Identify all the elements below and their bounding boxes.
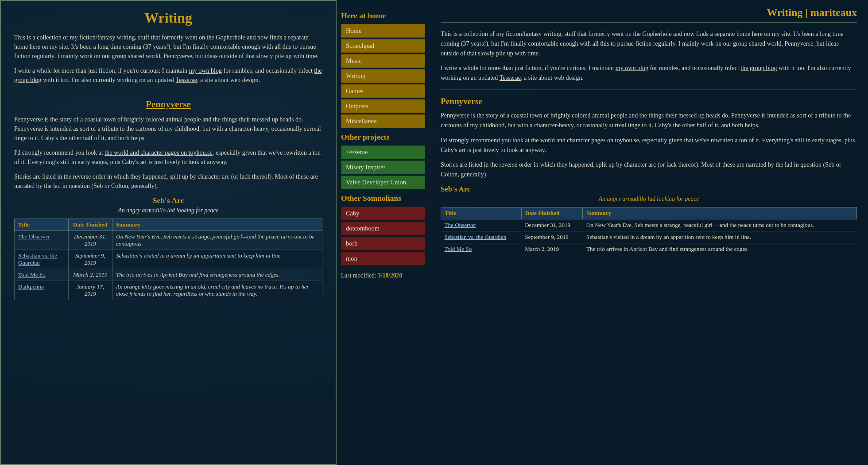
right-story-table: Title Date Finished Summary The Observer… bbox=[441, 207, 857, 255]
toyhouse-link[interactable]: the world and character pages on toyhou.… bbox=[105, 149, 213, 156]
right-intro-p1: This is a collection of my fiction/fanta… bbox=[441, 29, 857, 58]
right-panel: Writing | mariteaux This is a collection… bbox=[430, 0, 868, 465]
story-link[interactable]: The Observer bbox=[445, 222, 477, 228]
story-summary: An orange kitty goes missing in an old, … bbox=[112, 281, 322, 300]
last-modified-label: Last modified: bbox=[341, 272, 376, 279]
story-date: September 9, 2019 bbox=[521, 231, 583, 243]
sidebar-item-writing[interactable]: Writing bbox=[341, 69, 425, 83]
table-row: Told Me So March 2, 2019 The trio arrive… bbox=[15, 269, 322, 281]
col-date: Date Finished bbox=[68, 219, 112, 231]
sidebar-item-tesserae[interactable]: Tesserae bbox=[341, 145, 425, 159]
table-row: Darkpenny January 17, 2019 An orange kit… bbox=[15, 281, 322, 300]
left-panel: Writing This is a collection of my ficti… bbox=[0, 0, 337, 465]
story-title: Told Me So bbox=[15, 269, 69, 281]
right-intro-p2-before: I write a whole lot more than just ficti… bbox=[441, 64, 616, 71]
right-intro-p2-mid: for rambles, and occasionally infect bbox=[648, 64, 740, 71]
story-date: September 9, 2019 bbox=[68, 250, 112, 269]
right-col-title: Title bbox=[441, 207, 522, 219]
right-pennyverse-p3: Stories are listed in the reverse order … bbox=[441, 160, 857, 180]
right-intro-p2-end: , a site about web design. bbox=[521, 74, 584, 81]
pennyverse-p2-before: I'd strongly recommend you look at bbox=[14, 149, 105, 156]
story-summary: Sebastian's visited in a dream by an app… bbox=[112, 250, 322, 269]
left-intro-p2: I write a whole lot more than just ficti… bbox=[14, 66, 322, 85]
sidebar-item-music[interactable]: Music bbox=[341, 54, 425, 68]
section-divider-1 bbox=[14, 92, 322, 92]
right-col-date: Date Finished bbox=[521, 207, 583, 219]
story-link[interactable]: Darkpenny bbox=[18, 283, 44, 290]
right-group-blog-link[interactable]: the group blog bbox=[740, 64, 777, 71]
col-title: Title bbox=[15, 219, 69, 231]
left-title: Writing bbox=[14, 10, 322, 26]
somnolians-nav-items: Cabydotcomboomborbmon bbox=[341, 207, 425, 266]
story-date: December 31, 2019 bbox=[68, 231, 112, 250]
story-date: March 2, 2019 bbox=[521, 243, 583, 255]
left-intro-p1: This is a collection of my fiction/fanta… bbox=[14, 33, 322, 61]
story-title: The Observer bbox=[15, 231, 69, 250]
last-modified-date: 3/18/2020 bbox=[378, 272, 402, 279]
right-seb-arc-subtitle: An angry armadillo lad looking for peace bbox=[441, 195, 857, 203]
sidebar-item-caby[interactable]: Caby bbox=[341, 207, 425, 220]
sidebar-item-games[interactable]: Games bbox=[341, 84, 425, 98]
story-link[interactable]: Told Me So bbox=[18, 271, 46, 278]
table-row: Sebastian vs. the Guardian September 9, … bbox=[15, 250, 322, 269]
story-title: Told Me So bbox=[441, 243, 522, 255]
intro-p2-before: I write a whole lot more than just ficti… bbox=[14, 67, 189, 74]
sidebar-item-mon[interactable]: mon bbox=[341, 252, 425, 266]
here-at-home-title: Here at home bbox=[341, 11, 425, 20]
pennyverse-title: Pennyverse bbox=[14, 99, 322, 109]
story-summary: The trio arrives in Apricot Bay and find… bbox=[112, 269, 322, 281]
intro-p2-mid: for rambles, and occasionally infect bbox=[222, 67, 314, 74]
tesserae-link-1[interactable]: Tesserae bbox=[176, 76, 197, 83]
intro-p2-end: , a site about web design. bbox=[197, 76, 260, 83]
col-summary: Summary bbox=[112, 219, 322, 231]
sidebar-item-misery-inspires[interactable]: Misery Inspires bbox=[341, 160, 425, 174]
table-row: Sebastian vs. the Guardian September 9, … bbox=[441, 231, 857, 243]
last-modified: Last modified: 3/18/2020 bbox=[341, 272, 425, 279]
story-summary: The trio arrives in Apricot Bay and find… bbox=[583, 243, 857, 255]
sidebar-item-outposts[interactable]: Outposts bbox=[341, 99, 425, 113]
right-header: Writing | mariteaux bbox=[441, 7, 857, 23]
story-title: Sebastian vs. the Guardian bbox=[15, 250, 69, 269]
seb-arc-subtitle: An angry armadillo lad looking for peace bbox=[14, 207, 322, 214]
pennyverse-p1: Pennyverse is the story of a coastal tow… bbox=[14, 115, 322, 143]
story-link[interactable]: Sebastian vs. the Guardian bbox=[445, 234, 507, 240]
seb-arc-title: Seb's Arc bbox=[14, 196, 322, 205]
story-title: Darkpenny bbox=[15, 281, 69, 300]
my-own-blog-link[interactable]: my own blog bbox=[189, 67, 222, 74]
story-link[interactable]: The Observer bbox=[18, 233, 50, 240]
right-col-summary: Summary bbox=[583, 207, 857, 219]
right-pennyverse-p2-before: I'd strongly recommend you look at bbox=[441, 137, 531, 144]
story-summary: Sebastian's visited in a dream by an app… bbox=[583, 231, 857, 243]
middle-nav-panel: Here at home HomeScratchpadMusicWritingG… bbox=[337, 0, 430, 465]
other-somnolians-title: Other Somnolians bbox=[341, 194, 425, 203]
sidebar-item-miscellanea[interactable]: Miscellanea bbox=[341, 114, 425, 128]
right-pennyverse-title: Pennyverse bbox=[441, 97, 857, 106]
right-pennyverse-p2: I'd strongly recommend you look at the w… bbox=[441, 136, 857, 155]
right-my-own-blog-link[interactable]: my own blog bbox=[616, 64, 648, 71]
story-link[interactable]: Sebastian vs. the Guardian bbox=[18, 252, 57, 266]
home-nav-items: HomeScratchpadMusicWritingGamesOutpostsM… bbox=[341, 24, 425, 128]
story-link[interactable]: Told Me So bbox=[445, 246, 472, 252]
story-date: January 17, 2019 bbox=[68, 281, 112, 300]
story-summary: On New Year's Eve, Seb meets a strange, … bbox=[112, 231, 322, 250]
table-row: Told Me So March 2, 2019 The trio arrive… bbox=[441, 243, 857, 255]
right-pennyverse-p1: Pennyverse is the story of a coastal tow… bbox=[441, 111, 857, 130]
right-tesserae-link[interactable]: Tesserae bbox=[500, 74, 521, 81]
story-title: Sebastian vs. the Guardian bbox=[441, 231, 522, 243]
story-date: March 2, 2019 bbox=[68, 269, 112, 281]
story-table-left: Title Date Finished Summary The Observer… bbox=[14, 219, 322, 300]
sidebar-item-borb[interactable]: borb bbox=[341, 237, 425, 250]
pennyverse-p2: I'd strongly recommend you look at the w… bbox=[14, 148, 322, 167]
right-seb-arc-title: Seb's Arc bbox=[441, 185, 857, 194]
other-projects-title: Other projects bbox=[341, 133, 425, 142]
sidebar-item-valve-developer-union[interactable]: Valve Developer Union bbox=[341, 176, 425, 189]
right-toyhouse-link[interactable]: the world and character pages on toyhou.… bbox=[531, 137, 639, 144]
right-section-divider bbox=[441, 90, 857, 90]
pennyverse-p3: Stories are listed in the reverse order … bbox=[14, 172, 322, 191]
sidebar-item-dotcomboom[interactable]: dotcomboom bbox=[341, 222, 425, 235]
right-intro-p2: I write a whole lot more than just ficti… bbox=[441, 63, 857, 83]
sidebar-item-home[interactable]: Home bbox=[341, 24, 425, 38]
story-summary: On New Year's Eve, Seb meets a strange, … bbox=[583, 219, 857, 231]
intro-p2-after: with it too. I'm also currently working … bbox=[41, 76, 175, 83]
sidebar-item-scratchpad[interactable]: Scratchpad bbox=[341, 39, 425, 53]
